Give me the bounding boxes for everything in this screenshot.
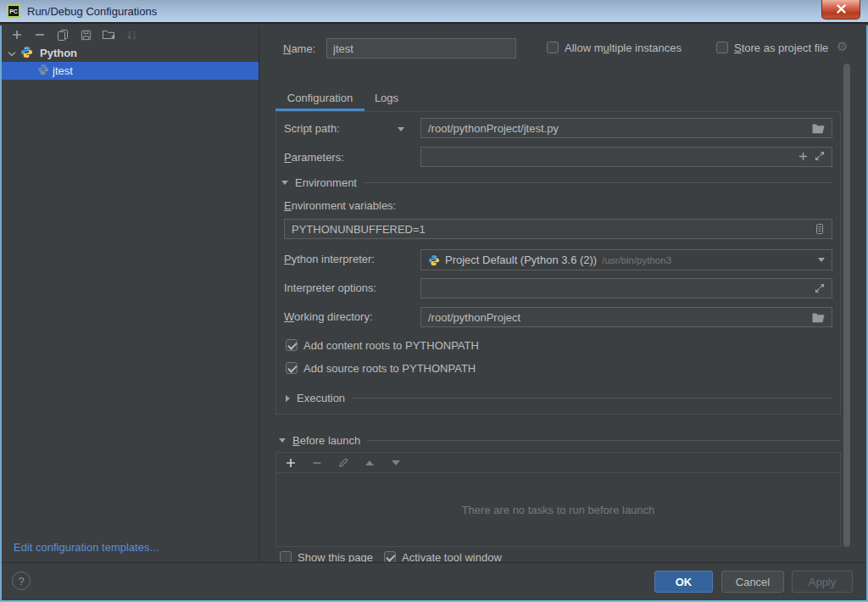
execution-section-header[interactable]: Execution	[286, 392, 832, 404]
add-configuration-icon[interactable]	[10, 28, 24, 42]
collapse-environment-icon[interactable]	[281, 181, 288, 185]
environment-variables-field[interactable]: PYTHONUNBUFFERED=1	[284, 219, 832, 239]
combo-arrow-icon[interactable]	[818, 258, 825, 262]
tree-item-jtest[interactable]: jtest	[2, 62, 259, 80]
browse-folder-icon[interactable]	[812, 123, 825, 134]
edit-task-icon[interactable]	[337, 456, 350, 470]
name-label: Name:	[283, 42, 315, 55]
add-content-roots-checkbox[interactable]	[286, 339, 298, 351]
tree-item-python-group[interactable]: Python	[2, 44, 259, 62]
add-content-roots-option: Add content roots to PYTHONPATH	[286, 337, 479, 353]
interpreter-options-field[interactable]	[420, 278, 832, 298]
python-interpreter-select[interactable]: Project Default (Python 3.6 (2)) /usr/bi…	[420, 249, 832, 270]
remove-task-icon[interactable]	[310, 456, 324, 470]
expand-field-icon[interactable]	[815, 151, 825, 164]
python-logo-icon	[20, 46, 33, 61]
before-launch-title: Before launch	[292, 434, 360, 447]
add-macro-icon[interactable]	[798, 151, 808, 164]
parameters-field[interactable]	[420, 147, 832, 167]
add-content-roots-label: Add content roots to PYTHONPATH	[303, 339, 479, 352]
script-path-label: Script path:	[284, 122, 340, 135]
environment-section-title: Environment	[295, 176, 357, 189]
remove-configuration-icon[interactable]	[33, 28, 47, 42]
save-configuration-icon[interactable]	[79, 28, 92, 42]
browse-variables-icon[interactable]	[815, 223, 825, 235]
pycharm-icon: PC	[7, 4, 20, 18]
close-button[interactable]	[821, 0, 860, 20]
collapse-before-launch-icon[interactable]	[279, 438, 286, 443]
before-launch-toolbar	[276, 453, 840, 473]
script-path-field[interactable]: /root/pythonProject/jtest.py	[420, 118, 832, 138]
configurations-sidebar: Python jtest Edit configuration template…	[2, 25, 259, 562]
copy-configuration-icon[interactable]	[56, 28, 70, 42]
expand-execution-icon[interactable]	[286, 395, 290, 402]
script-path-dropdown-icon[interactable]	[398, 127, 404, 131]
browse-folder-icon[interactable]	[812, 312, 825, 323]
show-this-page-option: Show this page	[280, 549, 373, 562]
activate-tool-window-option: Activate tool window	[384, 549, 502, 562]
edit-configuration-templates-link[interactable]: Edit configuration templates...	[14, 541, 159, 554]
environment-variables-label: Environment variables:	[284, 199, 396, 212]
section-rule	[367, 440, 841, 441]
ok-button[interactable]: OK	[654, 571, 713, 593]
new-folder-icon[interactable]	[102, 28, 115, 42]
parameters-label: Parameters:	[284, 151, 344, 164]
store-as-project-file-label: Store as project file	[734, 42, 828, 54]
show-this-page-checkbox[interactable]	[280, 551, 292, 562]
working-directory-field[interactable]: /root/pythonProject	[420, 307, 832, 327]
help-button[interactable]: ?	[12, 571, 31, 590]
add-source-roots-checkbox[interactable]	[286, 362, 298, 374]
cancel-button[interactable]: Cancel	[721, 571, 784, 593]
sidebar-toolbar	[2, 25, 259, 44]
add-task-icon[interactable]	[284, 456, 298, 470]
before-launch-section-header[interactable]: Before launch	[279, 434, 841, 447]
sort-alphabetically-icon[interactable]	[125, 28, 138, 42]
execution-section-title: Execution	[297, 392, 345, 404]
store-as-project-file-checkbox[interactable]	[716, 42, 728, 53]
allow-multiple-instances-checkbox[interactable]	[547, 42, 559, 53]
expand-field-icon[interactable]	[815, 283, 825, 293]
allow-multiple-instances-option: Allow multiple instances	[547, 40, 682, 55]
store-as-project-file-option: Store as project file	[716, 40, 828, 55]
allow-multiple-instances-label: Allow multiple instances	[565, 42, 682, 54]
python-interpreter-label: Python interpreter:	[284, 253, 375, 265]
section-rule	[352, 398, 832, 399]
working-directory-label: Working directory:	[284, 310, 373, 323]
add-source-roots-label: Add source roots to PYTHONPATH	[303, 362, 476, 375]
dialog-body: Python jtest Edit configuration template…	[0, 25, 868, 602]
tab-logs[interactable]: Logs	[364, 86, 409, 111]
tree-item-label: Python	[40, 47, 77, 59]
before-launch-empty-text: There are no tasks to run before launch	[276, 473, 840, 546]
apply-button[interactable]: Apply	[792, 571, 853, 593]
titlebar[interactable]: PC Run/Debug Configurations	[0, 0, 868, 24]
close-icon	[837, 3, 846, 16]
activate-tool-window-label: Activate tool window	[402, 551, 502, 563]
chevron-down-icon[interactable]	[8, 47, 16, 59]
window-title: Run/Debug Configurations	[27, 5, 157, 18]
dialog-footer: ? OK Cancel Apply	[2, 562, 866, 600]
python-logo-icon	[428, 254, 440, 266]
name-input[interactable]	[326, 38, 516, 59]
interpreter-options-label: Interpreter options:	[284, 281, 376, 294]
interpreter-path: /usr/bin/python3	[602, 255, 671, 265]
activate-tool-window-checkbox[interactable]	[384, 551, 396, 562]
show-this-page-label: Show this page	[298, 551, 373, 563]
tree-item-label: jtest	[53, 64, 73, 77]
move-task-down-icon[interactable]	[389, 456, 403, 470]
before-launch-task-list: There are no tasks to run before launch	[275, 452, 841, 547]
tab-configuration[interactable]: Configuration	[275, 86, 364, 111]
environment-section-header[interactable]: Environment	[281, 176, 832, 189]
add-source-roots-option: Add source roots to PYTHONPATH	[286, 360, 476, 376]
configuration-editor: Name: Allow multiple instances Store as …	[259, 25, 866, 562]
gear-icon[interactable]: ⚙	[837, 39, 848, 54]
move-task-up-icon[interactable]	[363, 456, 376, 470]
run-debug-configurations-dialog: PC Run/Debug Configurations	[0, 0, 868, 602]
section-rule	[364, 182, 832, 183]
python-script-icon	[37, 64, 49, 78]
vertical-scrollbar[interactable]	[843, 64, 850, 547]
